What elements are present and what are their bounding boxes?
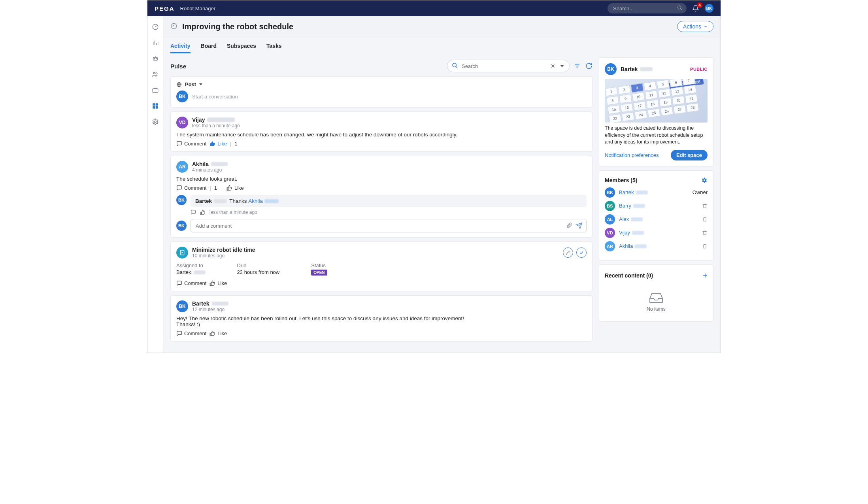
notification-bell[interactable]: 4 xyxy=(692,5,699,12)
post-body: The system maintenance schedule has been… xyxy=(176,132,587,138)
space-owner-name: Bartek xyxy=(621,66,653,72)
comment-avatar: BK xyxy=(176,221,187,231)
member-name[interactable]: Alex xyxy=(619,216,643,222)
tab-board[interactable]: Board xyxy=(201,43,217,53)
like-button[interactable]: Like xyxy=(209,280,227,286)
search-icon xyxy=(677,5,683,11)
task-title[interactable]: Minimize robot idle time xyxy=(192,247,255,253)
like-button[interactable]: Like xyxy=(209,330,227,336)
attach-icon[interactable] xyxy=(566,222,572,228)
member-row: AL Alex xyxy=(605,214,708,225)
global-search-input[interactable] xyxy=(608,3,687,13)
nav-robot-icon[interactable] xyxy=(152,55,159,62)
chevron-down-icon[interactable] xyxy=(560,65,564,67)
members-settings-icon[interactable] xyxy=(701,177,708,183)
member-avatar: AL xyxy=(605,214,615,225)
filter-icon[interactable] xyxy=(574,62,581,70)
space-description: The space is dedicated to discussing the… xyxy=(605,125,708,146)
status-label: Status xyxy=(311,262,327,268)
post-author: Akhila xyxy=(192,161,228,167)
svg-point-8 xyxy=(154,59,155,59)
member-name[interactable]: Barry xyxy=(619,203,645,209)
member-row: BS Barry xyxy=(605,201,708,211)
back-icon[interactable] xyxy=(170,23,178,30)
complete-task-button[interactable] xyxy=(576,247,587,258)
due-label: Due xyxy=(237,262,280,268)
member-avatar: AR xyxy=(605,241,615,251)
post-author: Bartek xyxy=(192,300,228,307)
nav-dashboard-icon[interactable] xyxy=(152,23,159,30)
remove-member-icon[interactable] xyxy=(702,244,708,249)
like-button[interactable]: Like xyxy=(209,141,227,147)
compose-input[interactable]: Start a conversation xyxy=(192,94,238,100)
comment-button[interactable]: Comment xyxy=(176,141,206,147)
member-name[interactable]: Bartek xyxy=(619,189,648,195)
brand-logo: PEGA xyxy=(155,5,175,12)
comment-button[interactable]: Comment xyxy=(176,185,206,191)
reply-like-icon[interactable] xyxy=(200,210,206,215)
empty-text: No items xyxy=(647,306,665,312)
assigned-value: Bartek xyxy=(176,269,206,275)
post-card: VD Vijay less than a minute ago The syst… xyxy=(170,111,593,152)
tab-subspaces[interactable]: Subspaces xyxy=(227,43,256,53)
mention-link[interactable]: Akhila xyxy=(248,198,279,204)
user-avatar[interactable]: BK xyxy=(705,4,713,13)
task-card: Minimize robot idle time 10 minutes ago … xyxy=(170,242,593,291)
like-button[interactable]: Like xyxy=(226,185,244,191)
clear-icon[interactable]: ✕ xyxy=(551,63,555,69)
member-name[interactable]: Vijay xyxy=(619,230,644,236)
compose-card: Post BK Start a conversation xyxy=(170,76,593,108)
svg-rect-17 xyxy=(155,106,158,109)
reply-avatar: BK xyxy=(176,195,187,205)
edit-space-button[interactable]: Edit space xyxy=(671,150,708,160)
like-count: 1 xyxy=(235,141,238,147)
global-search[interactable] xyxy=(608,3,687,13)
nav-package-icon[interactable] xyxy=(152,87,159,94)
recent-content-card: Recent content (0) + No items xyxy=(599,264,713,322)
reply-body: Bartek Thanks Akhila xyxy=(191,195,587,207)
assigned-label: Assigned to xyxy=(176,262,206,268)
svg-rect-15 xyxy=(155,103,158,106)
space-info-card: BK Bartek PUBLIC November 2008 1234567 8… xyxy=(599,57,713,166)
remove-member-icon[interactable] xyxy=(702,203,708,209)
refresh-icon[interactable] xyxy=(585,62,593,70)
post-type-dropdown[interactable]: Post xyxy=(176,81,587,87)
page-title: Improving the robot schedule xyxy=(182,22,677,31)
svg-line-1 xyxy=(681,9,682,10)
svg-point-0 xyxy=(678,6,681,9)
remove-member-icon[interactable] xyxy=(702,217,708,222)
post-body: Hey! The new robotic schedule has been r… xyxy=(176,315,587,327)
pulse-search[interactable]: ✕ xyxy=(447,60,570,72)
app-name: Robot Manager xyxy=(180,6,216,11)
search-icon xyxy=(452,62,458,69)
tab-activity[interactable]: Activity xyxy=(170,43,191,53)
tab-tasks[interactable]: Tasks xyxy=(266,43,282,53)
due-value: 23 hours from now xyxy=(237,269,280,275)
svg-line-21 xyxy=(456,66,457,68)
post-avatar: VD xyxy=(176,117,188,128)
post-author: Vijay xyxy=(192,117,240,123)
post-card: AR Akhila 4 minutes ago The schedule loo… xyxy=(170,156,593,238)
svg-rect-16 xyxy=(153,106,155,109)
member-row: BK Bartek Owner xyxy=(605,187,708,198)
member-name[interactable]: Akhila xyxy=(619,243,647,249)
nav-spaces-icon[interactable] xyxy=(152,102,159,109)
send-icon[interactable] xyxy=(576,222,583,229)
pulse-label: Pulse xyxy=(170,63,443,70)
nav-users-icon[interactable] xyxy=(152,71,159,78)
visibility-badge: PUBLIC xyxy=(690,67,708,72)
reply-comment-icon[interactable] xyxy=(191,210,196,215)
edit-task-button[interactable] xyxy=(563,247,573,258)
comment-input[interactable] xyxy=(191,219,587,232)
comment-button[interactable]: Comment xyxy=(176,330,206,336)
comment-button[interactable]: Comment xyxy=(176,280,206,286)
post-time: 4 minutes ago xyxy=(192,167,228,173)
add-content-icon[interactable]: + xyxy=(703,271,708,280)
nav-settings-icon[interactable] xyxy=(152,118,159,125)
task-icon xyxy=(176,247,188,259)
actions-button[interactable]: Actions xyxy=(677,21,713,32)
nav-analytics-icon[interactable] xyxy=(152,39,159,46)
remove-member-icon[interactable] xyxy=(702,230,708,236)
members-label: Members (5) xyxy=(605,177,637,183)
notification-prefs-link[interactable]: Notification preferences xyxy=(605,152,659,158)
